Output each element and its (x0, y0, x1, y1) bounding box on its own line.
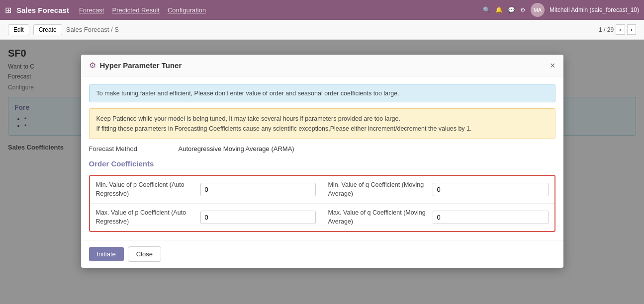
min-p-input[interactable] (200, 183, 316, 196)
modal-close-button[interactable]: × (550, 61, 555, 70)
modal-header: ⚙ Hyper Parameter Tuner × (81, 55, 563, 76)
max-q-input[interactable] (433, 211, 549, 224)
min-p-label: Min. Value of p Coefficient (Auto Regres… (96, 181, 195, 198)
modal-body: To make tuning faster and efficient, Ple… (81, 76, 563, 240)
breadcrumb: Sales Forecast / S (66, 26, 119, 33)
modal-dialog: ⚙ Hyper Parameter Tuner × To make tuning… (81, 55, 563, 268)
max-q-label: Max. Value of q Coefficient (Moving Aver… (328, 209, 428, 226)
create-button[interactable]: Create (33, 24, 62, 35)
forecast-method-value: Autoregressive Moving Average (ARMA) (179, 145, 294, 152)
grid-icon[interactable]: ⊞ (5, 5, 11, 15)
alert-warning-line1: Keep Patience while your model is being … (96, 114, 548, 124)
forecast-method-label: Forecast Method (89, 145, 179, 152)
user-name[interactable]: Mitchell Admin (sale_forecast_10) (550, 6, 639, 13)
app-title: Sales Forecast (16, 6, 69, 14)
nav-predicted[interactable]: Predicted Result (112, 6, 159, 14)
nav-configuration[interactable]: Configuration (168, 6, 206, 14)
max-p-label: Max. Value of p Coefficient (Auto Regres… (96, 209, 195, 226)
min-q-cell: Min. Value of q Coefficient (Moving Aver… (322, 176, 554, 204)
pagination: 1 / 29 ‹ › (599, 24, 636, 35)
edit-button[interactable]: Edit (8, 24, 29, 35)
min-q-label: Min. Value of q Coefficient (Moving Aver… (328, 181, 428, 198)
max-q-cell: Max. Value of q Coefficient (Moving Aver… (322, 204, 554, 231)
modal-overlay: ⚙ Hyper Parameter Tuner × To make tuning… (0, 40, 644, 304)
min-p-cell: Min. Value of p Coefficient (Auto Regres… (90, 176, 322, 204)
top-navbar: ⊞ Sales Forecast Forecast Predicted Resu… (0, 0, 644, 20)
alert-info-text: To make tuning faster and efficient, Ple… (96, 90, 399, 97)
nav-right: 🔍 🔔 💬 ⚙ MA Mitchell Admin (sale_forecast… (483, 3, 639, 17)
avatar[interactable]: MA (531, 3, 545, 17)
page-content: SF0 Want to C Forecast Configure Fore • … (0, 40, 644, 304)
max-p-cell: Max. Value of p Coefficient (Auto Regres… (90, 204, 322, 231)
pagination-text: 1 / 29 (599, 26, 614, 33)
tuner-icon: ⚙ (89, 61, 96, 70)
modal-title: Hyper Parameter Tuner (100, 61, 550, 70)
order-coefficients-title: Order Coefficients (89, 159, 555, 168)
search-icon[interactable]: 🔍 (483, 6, 490, 13)
nav-forecast[interactable]: Forecast (79, 6, 104, 14)
chat-icon[interactable]: 💬 (508, 6, 515, 13)
nav-menu: Forecast Predicted Result Configuration (79, 6, 206, 14)
close-modal-button[interactable]: Close (128, 246, 161, 262)
modal-footer: Initiate Close (81, 240, 563, 268)
prev-page-button[interactable]: ‹ (616, 24, 625, 35)
alert-warning-line2: If fitting those parameters in Forecasti… (96, 124, 548, 134)
sub-header: Edit Create Sales Forecast / S 1 / 29 ‹ … (0, 20, 644, 40)
min-q-input[interactable] (433, 183, 549, 196)
settings-icon[interactable]: ⚙ (520, 6, 526, 13)
bell-icon[interactable]: 🔔 (495, 6, 503, 13)
alert-info: To make tuning faster and efficient, Ple… (89, 84, 555, 102)
forecast-method-row: Forecast Method Autoregressive Moving Av… (89, 145, 555, 152)
max-p-input[interactable] (200, 211, 316, 224)
initiate-button[interactable]: Initiate (89, 247, 124, 261)
coefficients-grid: Min. Value of p Coefficient (Auto Regres… (89, 175, 555, 232)
alert-warning: Keep Patience while your model is being … (89, 108, 555, 139)
next-page-button[interactable]: › (627, 24, 636, 35)
